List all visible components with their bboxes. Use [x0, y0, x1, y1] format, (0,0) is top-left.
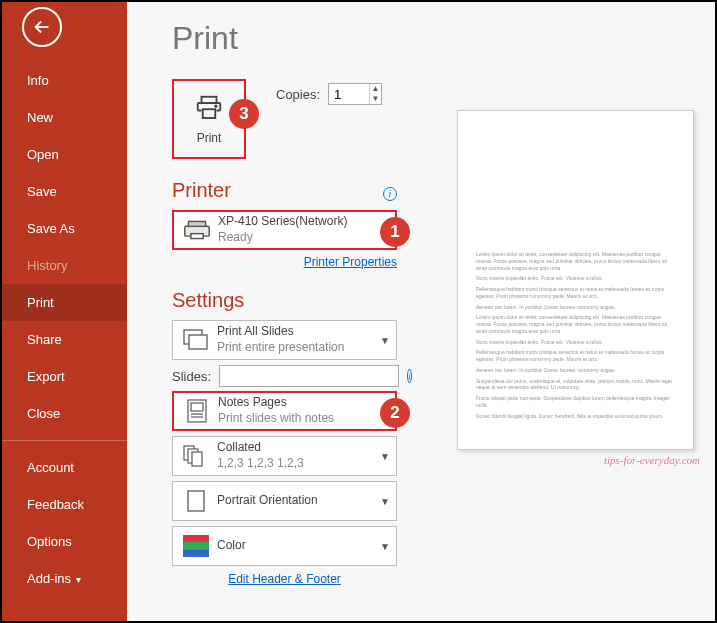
- printer-icon: [192, 93, 226, 123]
- info-icon[interactable]: i: [407, 369, 412, 383]
- color-title: Color: [217, 538, 380, 554]
- print-what-title: Print All Slides: [217, 324, 380, 340]
- copies-input[interactable]: [329, 84, 369, 104]
- spinner-down-icon[interactable]: ▼: [370, 94, 381, 104]
- svg-rect-1: [203, 109, 216, 118]
- orientation-selector[interactable]: Portrait Orientation ▼: [172, 481, 397, 521]
- layout-selector[interactable]: Notes Pages Print slides with notes 2: [172, 391, 397, 431]
- printer-status: Ready: [218, 230, 389, 246]
- portrait-icon: [181, 490, 211, 512]
- nav-close[interactable]: Close: [2, 395, 127, 432]
- nav-new[interactable]: New: [2, 99, 127, 136]
- slides-label: Slides:: [172, 369, 211, 384]
- svg-rect-15: [188, 491, 204, 511]
- color-selector[interactable]: Color ▼: [172, 526, 397, 566]
- nav-open[interactable]: Open: [2, 136, 127, 173]
- print-preview: Lorem ipsum dolor sit amet, consectetuer…: [457, 110, 694, 450]
- chevron-down-icon: ▼: [380, 541, 390, 552]
- svg-rect-4: [188, 221, 205, 226]
- printer-properties-link[interactable]: Printer Properties: [172, 255, 397, 269]
- chevron-down-icon: ▾: [73, 574, 81, 585]
- print-button[interactable]: Print 3: [172, 79, 246, 159]
- nav-separator: [2, 440, 127, 441]
- printer-device-icon: [182, 219, 212, 241]
- nav-share[interactable]: Share: [2, 321, 127, 358]
- content-area: Print Print 3 Copies: ▲ ▼: [127, 2, 715, 621]
- spinner-up-icon[interactable]: ▲: [370, 84, 381, 94]
- layout-title: Notes Pages: [218, 395, 389, 411]
- print-what-sub: Print entire presentation: [217, 340, 380, 356]
- edit-header-footer-link[interactable]: Edit Header & Footer: [172, 572, 397, 586]
- copies-stepper[interactable]: ▲ ▼: [328, 83, 382, 105]
- collated-icon: [181, 445, 211, 467]
- callout-3: 3: [229, 99, 259, 129]
- svg-rect-14: [192, 452, 202, 466]
- printer-name: XP-410 Series(Network): [218, 214, 389, 230]
- nav-print[interactable]: Print: [2, 284, 127, 321]
- color-swatch-icon: [181, 535, 211, 557]
- back-arrow-icon: [31, 16, 53, 38]
- watermark: tips-for-everyday.com: [457, 454, 700, 466]
- svg-point-2: [215, 105, 217, 107]
- collate-title: Collated: [217, 440, 380, 456]
- preview-body-text: Lorem ipsum dolor sit amet, consectetuer…: [476, 251, 675, 423]
- notes-page-icon: [182, 399, 212, 423]
- collate-sub: 1,2,3 1,2,3 1,2,3: [217, 456, 380, 472]
- callout-1: 1: [380, 217, 410, 247]
- slides-input[interactable]: [219, 365, 399, 387]
- nav-save-as[interactable]: Save As: [2, 210, 127, 247]
- backstage-sidebar: Info New Open Save Save As History Print…: [2, 2, 127, 621]
- nav-history[interactable]: History: [2, 247, 127, 284]
- nav-save[interactable]: Save: [2, 173, 127, 210]
- printer-selector[interactable]: XP-410 Series(Network) Ready 1: [172, 210, 397, 250]
- nav-addins[interactable]: Add-ins ▾: [2, 560, 127, 597]
- svg-rect-5: [191, 234, 203, 239]
- nav-options[interactable]: Options: [2, 523, 127, 560]
- nav-account[interactable]: Account: [2, 449, 127, 486]
- slides-stack-icon: [181, 329, 211, 351]
- copies-label: Copies:: [276, 87, 320, 102]
- collate-selector[interactable]: Collated 1,2,3 1,2,3 1,2,3 ▼: [172, 436, 397, 476]
- svg-rect-9: [191, 403, 203, 411]
- settings-heading: Settings: [172, 289, 447, 312]
- nav-info[interactable]: Info: [2, 62, 127, 99]
- chevron-down-icon: ▼: [380, 451, 390, 462]
- print-button-label: Print: [197, 131, 222, 145]
- layout-sub: Print slides with notes: [218, 411, 389, 427]
- print-what-selector[interactable]: Print All Slides Print entire presentati…: [172, 320, 397, 360]
- svg-rect-7: [189, 335, 207, 349]
- chevron-down-icon: ▼: [380, 496, 390, 507]
- orientation-title: Portrait Orientation: [217, 493, 380, 509]
- callout-2: 2: [380, 398, 410, 428]
- info-icon[interactable]: i: [383, 187, 397, 201]
- printer-heading: Printer: [172, 179, 231, 202]
- nav-export[interactable]: Export: [2, 358, 127, 395]
- page-title: Print: [172, 20, 447, 57]
- back-button[interactable]: [22, 7, 62, 47]
- nav-feedback[interactable]: Feedback: [2, 486, 127, 523]
- chevron-down-icon: ▼: [380, 335, 390, 346]
